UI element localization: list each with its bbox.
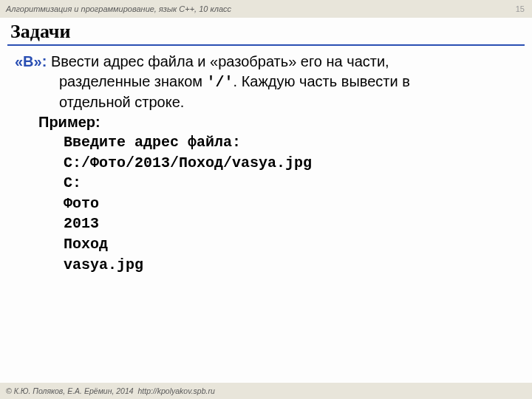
page-number: 15 — [516, 4, 525, 13]
header-bar: Алгоритмизация и программирование, язык … — [0, 0, 532, 18]
code-line: vasya.jpg — [64, 256, 143, 273]
task-desc-1: Ввести адрес файла и «разобрать» его на … — [47, 53, 389, 69]
task-line-3: отдельной строке. — [15, 92, 520, 112]
task-desc-2a: разделенные знаком — [59, 73, 207, 89]
task-tag: «B»: — [15, 53, 47, 69]
code-line: C: — [64, 174, 81, 191]
code-line: C:/Фото/2013/Поход/vasya.jpg — [64, 154, 312, 171]
example-output: Введите адрес файла: C:/Фото/2013/Поход/… — [15, 132, 520, 275]
course-label: Алгоритмизация и программирование, язык … — [6, 4, 231, 13]
slide-title: Задачи — [0, 18, 532, 44]
example-label: Пример: — [15, 112, 520, 132]
task-desc-2b: . Каждую часть вывести в — [233, 73, 410, 89]
task-line-1: «B»: Ввести адрес файла и «разобрать» ег… — [15, 52, 520, 72]
title-divider — [7, 44, 525, 46]
footer-bar: © К.Ю. Поляков, Е.А. Ерёмин, 2014 http:/… — [0, 383, 532, 399]
content-area: «B»: Ввести адрес файла и «разобрать» ег… — [0, 52, 532, 275]
code-line: Введите адрес файла: — [64, 134, 241, 151]
code-line: Поход — [64, 236, 108, 253]
footer-url: http://kpolyakov.spb.ru — [137, 386, 214, 395]
code-line: 2013 — [64, 215, 99, 232]
task-line-2: разделенные знаком '/'. Каждую часть выв… — [15, 72, 520, 92]
copyright: © К.Ю. Поляков, Е.А. Ерёмин, 2014 — [6, 386, 134, 395]
slash-literal: '/' — [207, 74, 233, 91]
code-line: Фото — [64, 195, 99, 212]
